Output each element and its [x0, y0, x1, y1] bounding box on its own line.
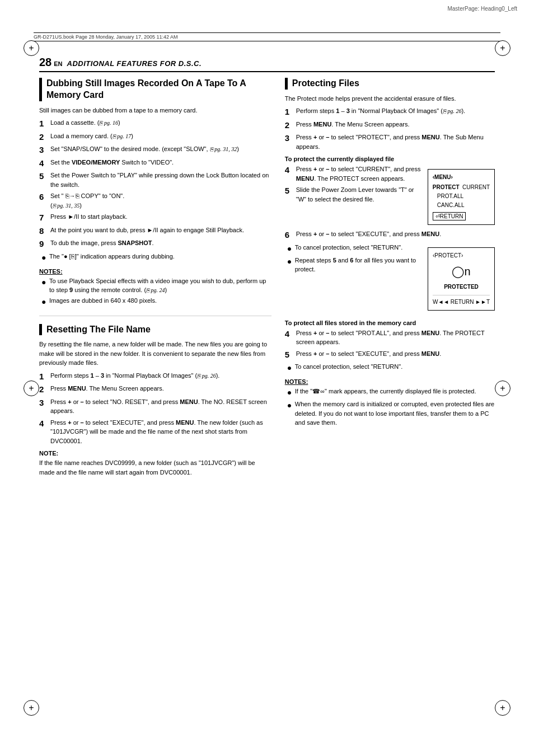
reg-mark-bottom-left [24, 700, 39, 716]
dubbing-step-8: 8 At the point you want to dub, press ►/… [39, 226, 271, 237]
protect-screen-diagram: ‹PROTECT› ◯n PROTECTED W◄◄ RETURN ►►T [428, 247, 495, 311]
dubbing-step-3: 3 Set "SNAP/SLOW" to the desired mode. (… [39, 144, 271, 156]
protecting-note-1: ● If the "☎∞" mark appears, the currentl… [285, 387, 495, 398]
protect-controls: W◄◄ RETURN ►►T [433, 295, 490, 307]
protecting-current-step-4: 4 Press + or – to select "CURRENT", and … [285, 165, 421, 183]
protecting-current-bullet-2: ● Repeat steps 5 and 6 for all files you… [285, 256, 421, 274]
protecting-step-2: 2 Press MENU. The Menu Screen appears. [285, 120, 495, 131]
dubbing-heading: Dubbing Still Images Recorded On A Tape … [39, 78, 271, 101]
top-bar: MasterPage: Heading0_Left [447, 6, 517, 12]
protecting-step-3: 3 Press + or – to select "PROTECT", and … [285, 133, 495, 151]
reg-mark-bottom-right [495, 700, 510, 716]
resetting-step-2: 2 Press MENU. The Menu Screen appears. [39, 384, 271, 395]
subsection-all-label: To protect all files stored in the memor… [285, 320, 495, 326]
protecting-heading: Protecting Files [285, 78, 495, 90]
resetting-intro: By resetting the file name, a new folder… [39, 340, 271, 368]
resetting-step-1: 1 Perform steps 1 – 3 in "Normal Playbac… [39, 371, 271, 382]
protecting-note-2: ● When the memory card is initialized or… [285, 400, 495, 428]
section-divider-1 [39, 316, 271, 316]
protecting-all-step-5: 5 Press + or – to select "EXECUTE", and … [285, 349, 495, 360]
section-title: ADDITIONAL FEATURES FOR D.S.C. [67, 59, 202, 68]
resetting-note-label: NOTE: [39, 450, 271, 457]
dubbing-step-7: 7 Press ►/II to start playback. [39, 212, 271, 223]
dubbing-step-4: 4 Set the VIDEO/MEMORY Switch to "VIDEO"… [39, 158, 271, 169]
page-header: 28 EN ADDITIONAL FEATURES FOR D.S.C. [39, 56, 495, 72]
dubbing-note-1: ● To use Playback Special effects with a… [39, 276, 271, 295]
resetting-note-text: If the file name reaches DVC09999, a new… [39, 458, 271, 477]
page: MasterPage: Heading0_Left GR-D271US.book… [0, 0, 534, 756]
resetting-note: NOTE: If the file name reaches DVC09999,… [39, 450, 271, 477]
page-number: 28 [39, 56, 51, 69]
dubbing-step-6: 6 Set " ⎘→⎘ COPY" to "ON".(⎘ pg. 31, 35) [39, 191, 271, 210]
page-lang: EN [54, 60, 62, 67]
protecting-current-step-6: 6 Press + or – to select "EXECUTE", and … [285, 229, 495, 241]
dubbing-step-2: 2 Load a memory card. (⎘ pg. 17) [39, 132, 271, 143]
dubbing-notes-label: NOTES: [39, 268, 271, 275]
file-info-text: GR-D271US.book Page 28 Monday, January 1… [34, 34, 178, 40]
left-column: Dubbing Still Images Recorded On A Tape … [39, 78, 271, 480]
main-content: 28 EN ADDITIONAL FEATURES FOR D.S.C. Dub… [39, 56, 495, 700]
protecting-intro: The Protect mode helps prevent the accid… [285, 94, 495, 104]
dubbing-intro: Still images can be dubbed from a tape t… [39, 106, 271, 115]
file-info-bar: GR-D271US.book Page 28 Monday, January 1… [34, 32, 500, 41]
protecting-all-bullet-1: ● To cancel protection, select "RETURN". [285, 362, 495, 374]
reg-mark-mid-left [24, 381, 39, 396]
menu-diagram: ‹MENU› PROTECT CURRENT PROT.ALL CANC.ALL… [428, 169, 495, 225]
subsection-current-label: To protect the currently displayed file [285, 156, 495, 162]
reg-mark-top-left [24, 40, 39, 56]
right-column: Protecting Files The Protect mode helps … [285, 78, 495, 480]
dubbing-step-1: 1 Load a cassette. (⎘ pg. 16) [39, 118, 271, 129]
dubbing-step-5: 5 Set the Power Switch to "PLAY" while p… [39, 171, 271, 189]
masterpage-label: MasterPage: Heading0_Left [447, 6, 517, 12]
protecting-step-1: 1 Perform steps 1 – 3 in "Normal Playbac… [285, 106, 495, 118]
dubbing-note-2: ● Images are dubbed in 640 x 480 pixels. [39, 296, 271, 308]
protecting-current-bullet-1: ● To cancel protection, select "RETURN". [285, 243, 421, 255]
dubbing-bullet-1: ● The "● [⎘]" indication appears during … [39, 252, 271, 264]
dubbing-section: Dubbing Still Images Recorded On A Tape … [39, 78, 271, 308]
dubbing-notes: NOTES: ● To use Playback Special effects… [39, 268, 271, 308]
protecting-section: Protecting Files The Protect mode helps … [285, 78, 495, 428]
reg-mark-top-right [495, 40, 510, 56]
protecting-all-step-4: 4 Press + or – to select "PROT.ALL", and… [285, 328, 495, 347]
protecting-notes-label: NOTES: [285, 378, 495, 385]
resetting-step-3: 3 Press + or – to select "NO. RESET", an… [39, 397, 271, 416]
resetting-heading: Resetting The File Name [39, 324, 271, 336]
dubbing-step-9: 9 To dub the image, press SNAPSHOT. [39, 238, 271, 250]
resetting-step-4: 4 Press + or – to select "EXECUTE", and … [39, 418, 271, 446]
protecting-notes: NOTES: ● If the "☎∞" mark appears, the c… [285, 378, 495, 428]
reg-mark-mid-right [495, 381, 510, 396]
resetting-section: Resetting The File Name By resetting the… [39, 324, 271, 477]
two-column-layout: Dubbing Still Images Recorded On A Tape … [39, 78, 495, 480]
protecting-current-step-5: 5 Slide the Power Zoom Lever towards "T"… [285, 185, 421, 204]
